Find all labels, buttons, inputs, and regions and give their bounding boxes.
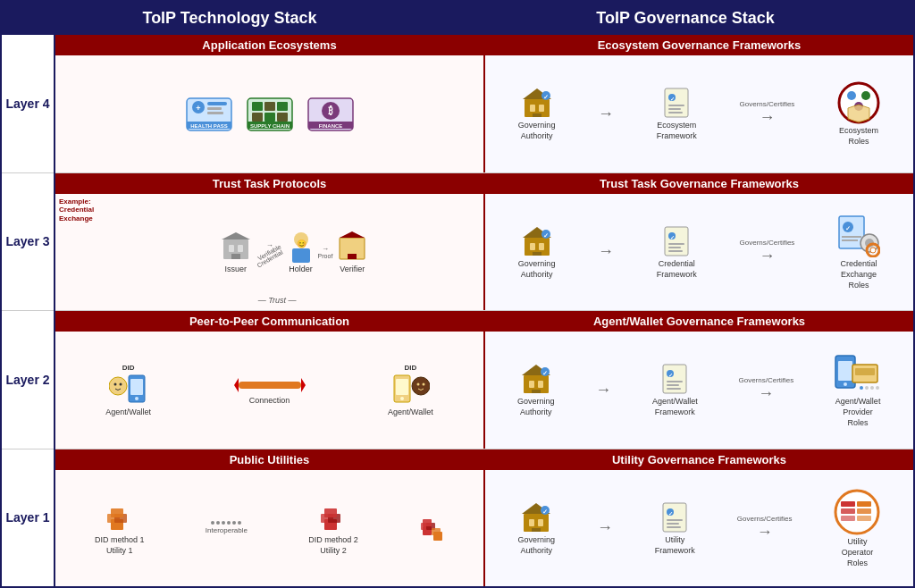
svg-rect-5 [207,112,223,114]
svg-point-109 [865,386,869,390]
layer-4-framework-label: Ecosystem [657,121,696,130]
verifier-icon [336,231,368,263]
svg-point-87 [412,377,430,395]
layer-1-authority-label2: Authority [520,546,552,555]
layer-4-tech-body: + HEALTH PASS [55,55,483,172]
svg-rect-4 [207,107,222,110]
layer-1-framework-label2: Framework [655,546,695,555]
svg-text:✓: ✓ [668,511,673,517]
holder-icon: 😊 [288,231,315,263]
svg-rect-70 [842,239,858,241]
gov-stack-title: ToIP Governance Stack [458,2,913,35]
svg-rect-119 [324,508,337,517]
layer-1-governing-authority: ✓ Governing Authority [517,501,555,555]
layer-4-tech-cell: Application Ecosystems + [55,35,485,172]
layer-3-tech-header: Trust Task Protocols [55,173,483,194]
svg-rect-128 [529,519,534,526]
utility-1-item: DID method 1 Utility 1 [95,501,145,555]
layer-1-roles-label: Utility [847,537,867,546]
svg-rect-34 [668,112,683,113]
svg-marker-82 [301,378,306,392]
utility-2-icon [317,501,349,533]
svg-rect-14 [277,113,288,122]
layer-1-framework-label: Utility [665,535,684,544]
tech-stack-title: ToIP Technology Stack [2,2,458,35]
arrow-2-l1: Governs/Certifies → [737,515,793,542]
svg-rect-141 [841,508,855,514]
svg-point-79 [113,382,116,385]
content-area: Layer 4 Layer 3 Layer 2 Layer 1 Applicat… [2,35,913,586]
layer-4-tech-header: Application Ecosystems [55,35,483,55]
svg-rect-100 [667,381,683,382]
issuer-item: Issuer [220,231,252,273]
svg-rect-123 [423,519,432,526]
layer-1-roles-label2: Operator [842,548,874,557]
svg-rect-136 [667,519,683,521]
layer-1-gov-flow: ✓ Governing Authority → ✓ [491,475,908,582]
layer-4-framework-label2: Framework [657,131,697,140]
layer-1-gov-header: Utility Governance Frameworks [485,449,913,470]
layer-3-label: Layer 3 [2,173,54,312]
svg-rect-130 [532,528,541,532]
svg-rect-94 [532,390,541,393]
svg-text:✓: ✓ [668,373,673,378]
layer-4-gov-flow: ✓ Governing Authority → [491,61,908,167]
svg-rect-26 [533,113,541,117]
svg-rect-93 [538,381,543,388]
svg-rect-125 [432,528,441,535]
layer-2-row: Peer-to-Peer Communication DID [55,311,913,449]
layer-2-tech-header: Peer-to-Peer Communication [55,311,483,332]
connection-label: Connection [249,396,290,405]
utility-1-label: Utility 1 [106,546,133,555]
layer-3-authority-label2: Authority [521,270,553,279]
svg-point-108 [860,386,863,390]
svg-rect-65 [668,250,683,252]
svg-point-110 [870,386,874,390]
svg-text:✓: ✓ [542,370,548,376]
svg-rect-140 [841,501,855,507]
layer-4-ecosystem-framework: ✓ Ecosystem Framework [657,87,697,140]
layer-3-tech-cell: Trust Task Protocols Example:CredentialE… [55,173,485,311]
layer-3-authority-label: Governing [518,259,556,268]
svg-rect-129 [538,519,543,526]
svg-text:✓: ✓ [670,97,675,102]
layer-4-roles-label2: Roles [849,137,869,146]
svg-rect-101 [667,384,679,386]
svg-rect-85 [396,379,408,395]
svg-rect-107 [855,368,875,375]
stack-area: Application Ecosystems + [55,35,913,586]
credential-exchange-roles-icon: ✓ [837,214,880,257]
layer-3-roles: ✓ [837,214,880,290]
app-icon-group: + HEALTH PASS [182,91,357,136]
ecosystem-roles-icon-l4 [837,81,880,124]
layer-4-gov-header: Ecosystem Governance Frameworks [485,35,913,55]
layer-3-gov-flow: ✓ Governing Authority → ✓ [491,199,908,306]
svg-text:₿: ₿ [328,105,333,116]
layer-2-framework-label: Agent/Wallet [652,397,698,406]
svg-text:😊: 😊 [296,239,306,249]
finance-icon: ₿ FINANCE [304,91,357,136]
svg-rect-52 [348,254,357,259]
svg-rect-46 [292,248,310,263]
svg-marker-41 [222,232,250,239]
svg-point-80 [119,382,122,385]
layer-2-gov-cell: Agent/Wallet Governance Frameworks [485,311,913,449]
svg-rect-13 [264,113,275,122]
did-method-2-label: DID method 2 [308,535,358,544]
arrow-1-l4: → [598,105,614,123]
svg-rect-44 [231,254,240,259]
svg-point-105 [844,382,847,386]
svg-rect-76 [130,379,143,395]
interoperable-label: Interoperable [206,526,248,534]
layer-2-authority-label: Governing [517,397,555,406]
layer-2-tech-body: DID [55,332,483,449]
finance-app: ₿ FINANCE [304,91,357,136]
layer-1-row: Public Utilities [55,449,913,587]
layer-1-gov-cell: Utility Governance Frameworks [485,449,913,587]
layer-1-tech-body: DID method 1 Utility 1 Interoperable [55,470,483,587]
svg-text:✓: ✓ [845,225,851,231]
svg-marker-49 [340,231,365,238]
utility-flow: DID method 1 Utility 1 Interoperable [61,475,478,582]
vc-arrow: → Verifiable Credential [256,241,284,262]
svg-point-36 [847,91,856,100]
